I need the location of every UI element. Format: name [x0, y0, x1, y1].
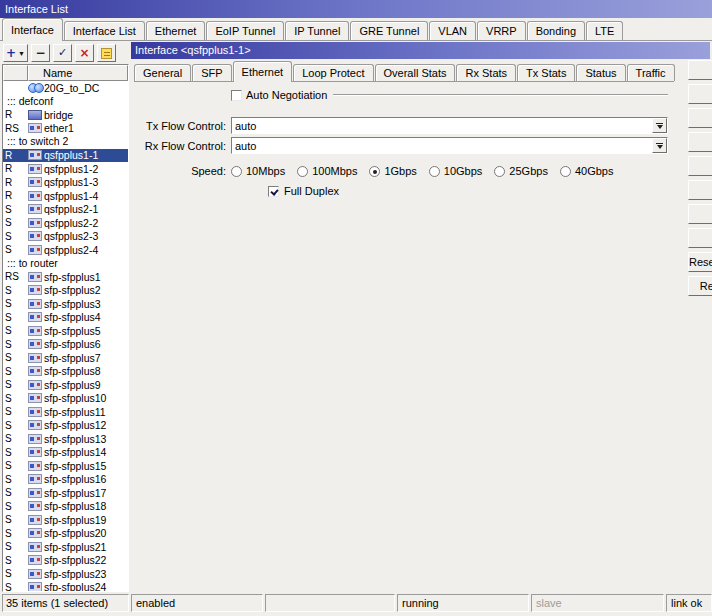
auto-negotiation-checkbox[interactable]: [231, 90, 242, 101]
detail-tab[interactable]: Tx Stats: [517, 64, 575, 81]
reset-mac-address-button[interactable]: Reset MAC Address: [688, 252, 712, 272]
cable-test-button[interactable]: Cable Test: [688, 204, 712, 224]
interface-row[interactable]: S sfp-sfpplus8: [3, 365, 128, 379]
interface-row[interactable]: S sfp-sfpplus5: [3, 324, 128, 338]
main-tab[interactable]: LTE: [586, 21, 623, 40]
tx-flow-control-select[interactable]: auto: [231, 117, 668, 134]
speed-radio[interactable]: 10Mbps: [231, 165, 285, 177]
detail-tab[interactable]: Status: [576, 64, 625, 81]
speed-radio-group: 10Mbps 100Mbps 1Gbps 10Gbps 25Gbps 40Gbp…: [231, 165, 625, 177]
interface-row[interactable]: S sfp-sfpplus12: [3, 419, 128, 433]
name-column-header[interactable]: Name: [28, 65, 128, 81]
speed-radio[interactable]: 25Gbps: [494, 165, 548, 177]
chevron-down-icon: ▼: [18, 50, 25, 57]
interface-row[interactable]: S sfp-sfpplus10: [3, 392, 128, 406]
remove-button[interactable]: − ▼: [31, 44, 50, 62]
interface-row[interactable]: S sfp-sfpplus20: [3, 527, 128, 541]
interface-row[interactable]: ::: to switch 2: [3, 135, 128, 149]
interface-row[interactable]: S sfp-sfpplus16: [3, 473, 128, 487]
interface-row[interactable]: S sfp-sfpplus24: [3, 581, 128, 593]
interface-row[interactable]: S sfp-sfpplus4: [3, 311, 128, 325]
detail-tab[interactable]: Loop Protect: [293, 64, 373, 81]
interface-name: sfp-sfpplus17: [44, 487, 128, 499]
main-tab[interactable]: IP Tunnel: [285, 21, 349, 40]
reset-counters-button[interactable]: Reset Counters: [688, 276, 712, 296]
interface-row[interactable]: S sfp-sfpplus21: [3, 540, 128, 554]
interface-row[interactable]: S sfp-sfpplus17: [3, 486, 128, 500]
interface-row[interactable]: RS sfp-sfpplus1: [3, 270, 128, 284]
full-duplex-row: Full Duplex: [268, 185, 691, 197]
comment-button[interactable]: ▼: [97, 44, 116, 62]
main-tab[interactable]: EoIP Tunnel: [206, 21, 284, 40]
row-flags: S: [3, 352, 28, 363]
detail-tab[interactable]: Rx Stats: [456, 64, 516, 81]
interface-row[interactable]: R qsfpplus1-2: [3, 162, 128, 176]
flags-column-header[interactable]: [3, 65, 28, 81]
interface-row[interactable]: S sfp-sfpplus22: [3, 554, 128, 568]
dropdown-arrow-icon[interactable]: [652, 118, 667, 133]
row-flags: R: [3, 109, 28, 120]
table-header: Name: [3, 65, 128, 81]
interface-row[interactable]: S qsfpplus2-1: [3, 203, 128, 217]
interface-row[interactable]: S qsfpplus2-3: [3, 230, 128, 244]
detail-tab[interactable]: Overall Stats: [375, 64, 456, 81]
item-count: 35 items (1 selected): [2, 594, 129, 612]
interface-row[interactable]: S sfp-sfpplus6: [3, 338, 128, 352]
interface-row[interactable]: R bridge: [3, 108, 128, 122]
ok-button[interactable]: OK: [688, 60, 712, 80]
interface-row[interactable]: ::: defconf: [3, 95, 128, 109]
radio-circle-icon: [297, 166, 308, 177]
add-button[interactable]: + ▼: [3, 44, 28, 62]
interface-row[interactable]: S qsfpplus2-2: [3, 216, 128, 230]
interface-row[interactable]: S sfp-sfpplus13: [3, 432, 128, 446]
interface-name: qsfpplus1-3: [44, 176, 128, 188]
interface-row[interactable]: S sfp-sfpplus15: [3, 459, 128, 473]
apply-button[interactable]: Apply: [688, 108, 712, 128]
interface-row[interactable]: S sfp-sfpplus14: [3, 446, 128, 460]
interface-row[interactable]: 20G_to_DC: [3, 81, 128, 95]
detail-tab[interactable]: Ethernet: [233, 61, 293, 81]
main-tab[interactable]: GRE Tunnel: [350, 21, 428, 40]
main-tab[interactable]: VLAN: [429, 21, 476, 40]
interface-row[interactable]: S sfp-sfpplus11: [3, 405, 128, 419]
interface-row[interactable]: S qsfpplus2-4: [3, 243, 128, 257]
cancel-button[interactable]: Cancel: [688, 84, 712, 104]
detail-tab[interactable]: SFP: [192, 64, 231, 81]
blink-button[interactable]: Blink: [688, 228, 712, 248]
main-tab[interactable]: Interface: [2, 18, 63, 40]
full-duplex-checkbox[interactable]: [268, 186, 279, 197]
row-flags: RS: [3, 271, 28, 282]
main-tab[interactable]: Ethernet: [146, 21, 206, 40]
interface-row[interactable]: S sfp-sfpplus2: [3, 284, 128, 298]
speed-radio[interactable]: 100Mbps: [297, 165, 357, 177]
interface-row[interactable]: R qsfpplus1-3: [3, 176, 128, 190]
rx-flow-control-select[interactable]: auto: [231, 137, 668, 154]
torch-button[interactable]: Torch: [688, 180, 712, 200]
detail-tab[interactable]: Traffic: [627, 64, 675, 81]
interface-row[interactable]: R qsfpplus1-1: [3, 149, 128, 163]
enable-button[interactable]: ✓ ▼: [53, 44, 72, 62]
interface-row[interactable]: RS ether1: [3, 122, 128, 136]
disable-button[interactable]: × ▼: [75, 44, 94, 62]
detail-tab[interactable]: General: [134, 64, 191, 81]
speed-radio[interactable]: 1Gbps: [369, 165, 416, 177]
interface-row[interactable]: S sfp-sfpplus23: [3, 567, 128, 581]
interface-row[interactable]: R qsfpplus1-4: [3, 189, 128, 203]
main-tab[interactable]: VRRP: [477, 21, 526, 40]
dropdown-arrow-icon[interactable]: [652, 138, 667, 153]
interface-row[interactable]: S sfp-sfpplus7: [3, 351, 128, 365]
comment-button[interactable]: Comment: [688, 156, 712, 176]
main-tab[interactable]: Bonding: [527, 21, 585, 40]
interface-row[interactable]: S sfp-sfpplus18: [3, 500, 128, 514]
interface-name: qsfpplus1-4: [44, 190, 128, 202]
disable-button[interactable]: Disable: [688, 132, 712, 152]
speed-radio[interactable]: 40Gbps: [560, 165, 614, 177]
window-titlebar: Interface List: [0, 0, 712, 18]
interface-name: ether1: [44, 122, 128, 134]
interface-row[interactable]: S sfp-sfpplus9: [3, 378, 128, 392]
interface-row[interactable]: S sfp-sfpplus3: [3, 297, 128, 311]
main-tab[interactable]: Interface List: [64, 21, 145, 40]
speed-radio[interactable]: 10Gbps: [429, 165, 483, 177]
interface-row[interactable]: S sfp-sfpplus19: [3, 513, 128, 527]
interface-row[interactable]: ::: to router: [3, 257, 128, 271]
